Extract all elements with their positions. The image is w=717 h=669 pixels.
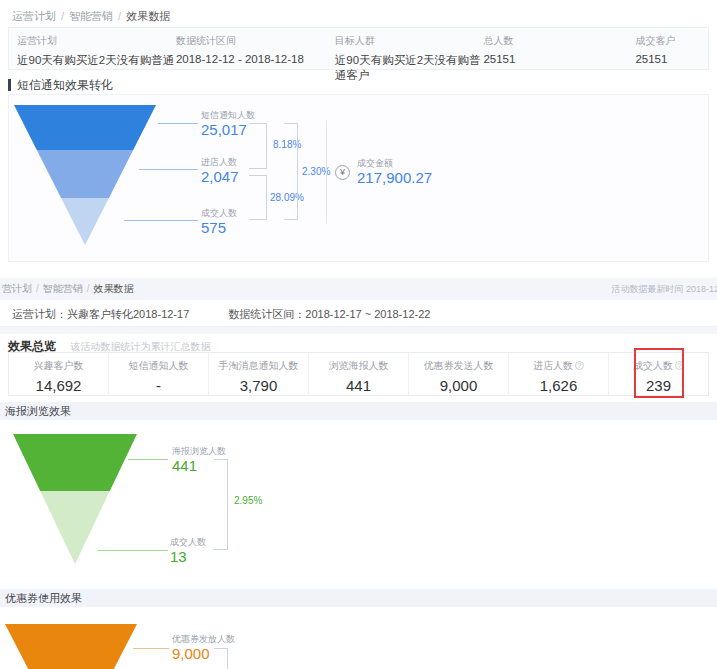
funnel-segment-sms[interactable] — [14, 105, 156, 150]
info-value: 25151 — [483, 53, 635, 65]
metric-store-visitors: 进店人数? 1,626 — [508, 353, 608, 395]
metric-value: 239 — [609, 377, 708, 394]
metric-value: 3,790 — [209, 377, 308, 394]
rate-bracket-1 — [249, 123, 267, 169]
amount-value: 217,900.27 — [357, 169, 432, 188]
amount-divider — [326, 121, 327, 223]
section-title-coupon: 优惠券使用效果 — [0, 589, 717, 607]
metric-label: 浏览海报人数 — [309, 359, 408, 373]
breadcrumb-separator: / — [118, 10, 121, 22]
stage-value: 575 — [201, 219, 237, 238]
breadcrumb-item-current: 效果数据 — [94, 283, 134, 294]
metric-value: 14,692 — [9, 377, 108, 394]
breadcrumb-2: 营计划/智能营销/效果数据 活动数据最新时间 2018-12 — [0, 278, 717, 300]
breadcrumb-item-current: 效果数据 — [126, 10, 170, 22]
plan-summary-row: 运营计划：兴趣客户转化2018-12-17 数据统计区间：2018-12-17 … — [0, 300, 717, 326]
metric-value: 1,626 — [509, 377, 608, 394]
info-label: 目标人群 — [335, 34, 484, 48]
sms-funnel-chart: 短信通知人数 25,017 进店人数 2,047 成交人数 575 8.18% … — [8, 94, 709, 262]
overview-title: 效果总览 — [8, 339, 56, 353]
info-label: 总人数 — [483, 34, 635, 48]
breadcrumb: 运营计划/智能营销/效果数据 — [0, 0, 717, 27]
info-label: 数据统计区间 — [176, 34, 335, 48]
stage-value: 25,017 — [201, 121, 255, 140]
rate-bracket — [214, 459, 228, 550]
info-icon[interactable]: ? — [675, 361, 684, 370]
info-value: 近90天有购买近2天没有购普通客户 — [335, 53, 484, 83]
stage-label-deal: 成交人数 575 — [201, 208, 237, 238]
info-icon[interactable]: ? — [575, 361, 584, 370]
info-label: 成交客户 — [635, 34, 704, 48]
info-col-total: 总人数 25151 — [483, 34, 635, 69]
breadcrumb-item-marketing[interactable]: 智能营销 — [43, 283, 83, 294]
stage-value: 2,047 — [201, 168, 239, 187]
metric-label: 手淘消息通知人数 — [209, 359, 308, 373]
funnel-segment-deal[interactable] — [61, 198, 109, 245]
coupon-funnel-chart: 优惠券发放人数 9,000 — [0, 607, 717, 669]
metric-label: 成交人数? — [609, 359, 708, 373]
overview-note: 该活动数据统计为累计汇总数据 — [70, 341, 210, 352]
breadcrumb-item-plan[interactable]: 营计划 — [2, 283, 32, 294]
info-label: 运营计划 — [17, 34, 176, 48]
stage-label-visit: 进店人数 2,047 — [201, 157, 239, 187]
section-gap — [0, 581, 717, 589]
stage-label-sms: 短信通知人数 25,017 — [201, 110, 255, 140]
metric-label: 短信通知人数 — [109, 359, 208, 373]
breadcrumb-separator: / — [36, 283, 39, 294]
connector-line — [97, 550, 168, 551]
overview-header: 效果总览 该活动数据统计为累计汇总数据 — [0, 334, 717, 350]
stage-name: 成交人数 — [201, 208, 237, 219]
connector-line — [139, 169, 198, 170]
rate-bracket-overall — [284, 123, 298, 220]
data-updated-note: 活动数据最新时间 2018-12 — [611, 283, 717, 296]
date-range-text: 数据统计区间：2018-12-17 ~ 2018-12-22 — [228, 308, 430, 320]
section-title-text: 短信通知效果转化 — [17, 77, 113, 94]
rate-overall: 2.95% — [234, 495, 262, 506]
metric-label: 兴趣客户数 — [9, 359, 108, 373]
breadcrumb-separator: / — [61, 10, 64, 22]
metric-deal-customers: 成交人数? 239 — [608, 353, 708, 395]
stage-name: 短信通知人数 — [201, 110, 255, 121]
poster-funnel-svg — [0, 420, 170, 570]
info-col-deal-customers: 成交客户 25151 — [635, 34, 704, 69]
stage-name: 海报浏览人数 — [172, 446, 226, 457]
dashboard-page: 运营计划/智能营销/效果数据 运营计划 近90天有购买近2天没有购普通 数据统计… — [0, 0, 717, 669]
stage-label-poster-deal: 成交人数 13 — [170, 537, 206, 567]
info-value: 2018-12-12 - 2018-12-18 — [176, 53, 335, 65]
rate-bracket-2 — [249, 175, 267, 220]
info-col-plan: 运营计划 近90天有购买近2天没有购普通 — [17, 34, 176, 69]
metric-poster-viewers: 浏览海报人数 441 — [308, 353, 408, 395]
metric-sms-notified: 短信通知人数 - — [108, 353, 208, 395]
metrics-table: 兴趣客户数 14,692 短信通知人数 - 手淘消息通知人数 3,790 浏览海… — [8, 352, 709, 396]
stage-name: 进店人数 — [201, 157, 239, 168]
funnel-segment-visit[interactable] — [37, 150, 133, 198]
info-value: 近90天有购买近2天没有购普通 — [17, 53, 176, 68]
sms-funnel-svg — [9, 95, 179, 255]
currency-yen-icon: ¥ — [335, 165, 350, 180]
funnel-segment-poster-view[interactable] — [13, 434, 137, 491]
connector-line — [133, 648, 169, 649]
metric-app-message-notified: 手淘消息通知人数 3,790 — [208, 353, 308, 395]
metric-value: 9,000 — [409, 377, 508, 394]
metric-interest-customers: 兴趣客户数 14,692 — [9, 353, 108, 395]
section-gap — [0, 326, 717, 334]
metric-label: 优惠券发送人数 — [409, 359, 508, 373]
title-accent-bar — [8, 79, 11, 91]
rate-bracket — [214, 648, 228, 669]
connector-line — [158, 123, 198, 124]
section-gap — [0, 262, 717, 278]
poster-funnel-chart: 海报浏览人数 441 2.95% 成交人数 13 — [0, 420, 717, 581]
info-col-audience: 目标人群 近90天有购买近2天没有购普通客户 — [335, 34, 484, 69]
stage-name: 优惠券发放人数 — [172, 634, 235, 645]
amount-label: 成交金额 — [357, 158, 432, 169]
section-title-poster: 海报浏览效果 — [0, 402, 717, 420]
metric-value: 441 — [309, 377, 408, 394]
info-col-range: 数据统计区间 2018-12-12 - 2018-12-18 — [176, 34, 335, 69]
breadcrumb-item-marketing[interactable]: 智能营销 — [69, 10, 113, 22]
deal-amount: 成交金额 217,900.27 — [357, 158, 432, 188]
funnel-segment-poster-deal[interactable] — [40, 491, 110, 564]
breadcrumb-item-plan[interactable]: 运营计划 — [12, 10, 56, 22]
stage-value: 13 — [170, 548, 206, 567]
connector-line — [128, 459, 168, 460]
funnel-segment-coupon-sent[interactable] — [5, 624, 137, 669]
